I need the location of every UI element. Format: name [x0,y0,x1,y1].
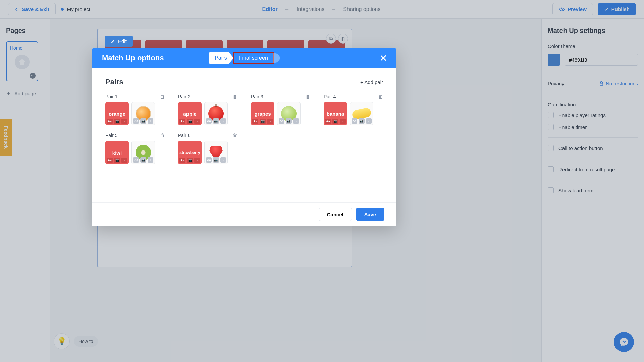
text-tool-icon[interactable]: Aa [107,119,113,124]
text-tool-icon[interactable]: Aa [133,118,139,124]
pair-text-card[interactable]: banana Aa 📷 ♪ [324,102,347,125]
audio-tool-icon[interactable]: ♪ [220,157,226,163]
image-tool-icon[interactable]: 📷 [286,118,291,124]
audio-tool-icon[interactable]: ♪ [121,158,127,163]
close-button[interactable] [378,53,388,63]
pair-text: strawberry [179,150,200,155]
audio-tool-icon[interactable]: ♪ [293,118,299,124]
save-button[interactable]: Save [356,208,384,221]
audio-tool-icon[interactable]: ♪ [121,119,127,124]
card-toolbar: Aa 📷 ♪ [133,157,153,163]
image-tool-icon[interactable]: 📷 [260,119,266,124]
card-toolbar: Aa 📷 ♪ [325,119,346,124]
audio-tool-icon[interactable]: ♪ [194,158,200,163]
text-tool-icon[interactable]: Aa [179,119,185,124]
card-toolbar: Aa 📷 ♪ [206,157,226,163]
delete-pair-icon[interactable]: 🗑 [233,133,237,138]
delete-pair-icon[interactable]: 🗑 [160,94,165,99]
pair-image-card[interactable]: Aa 📷 ♪ [277,102,301,125]
matchup-modal: Match Up options Pairs Final screen Pair… [92,48,396,226]
edit-label: Edit [118,38,127,44]
card-toolbar: Aa 📷 ♪ [107,158,127,163]
audio-tool-icon[interactable]: ♪ [340,119,346,124]
text-tool-icon[interactable]: Aa [179,158,185,163]
pair-image-card[interactable]: Aa 📷 ♪ [350,102,373,125]
image-tool-icon[interactable]: 📷 [114,158,120,163]
pair-text-card[interactable]: strawberry Aa 📷 ♪ [178,141,202,164]
delete-pair-icon[interactable]: 🗑 [160,133,165,138]
image-tool-icon[interactable]: 📷 [140,157,146,163]
card-toolbar: Aa 📷 ♪ [206,118,226,124]
image-tool-icon[interactable]: 📷 [114,119,120,124]
audio-tool-icon[interactable]: ♪ [220,118,226,124]
modal-header: Match Up options Pairs Final screen [92,48,396,68]
pair-text: kiwi [112,150,122,156]
pair-text-card[interactable]: apple Aa 📷 ♪ [178,102,202,125]
text-tool-icon[interactable]: Aa [133,157,139,163]
audio-tool-icon[interactable]: ♪ [148,118,153,124]
card-toolbar: Aa 📷 ♪ [179,158,200,163]
close-icon [380,54,387,62]
add-pair-button[interactable]: + Add pair [360,79,383,85]
text-tool-icon[interactable]: Aa [206,157,212,163]
delete-pair-icon[interactable]: 🗑 [233,94,237,99]
pair-image-card[interactable]: Aa 📷 ♪ [204,141,228,164]
delete-pair-icon[interactable]: 🗑 [378,94,383,99]
pairs-section-title: Pairs [105,78,123,86]
image-tool-icon[interactable]: 📷 [187,119,193,124]
pair-item: Pair 5 🗑 kiwi Aa 📷 ♪ Aa 📷 [105,133,165,164]
pair-text: orange [109,111,125,117]
delete-pair-icon[interactable]: 🗑 [306,94,310,99]
pair-item: Pair 4 🗑 banana Aa 📷 ♪ Aa 📷 [324,94,383,125]
tab-pairs[interactable]: Pairs [209,52,233,64]
text-tool-icon[interactable]: Aa [325,119,331,124]
image-tool-icon[interactable]: 📷 [187,158,193,163]
audio-tool-icon[interactable]: ♪ [267,119,273,124]
text-tool-icon[interactable]: Aa [352,118,357,124]
pair-image-card[interactable]: Aa 📷 ♪ [131,141,155,164]
text-tool-icon[interactable]: Aa [252,119,258,124]
pair-item: Pair 2 🗑 apple Aa 📷 ♪ Aa 📷 [178,94,237,125]
pair-image-card[interactable]: Aa 📷 ♪ [204,102,228,125]
pair-image-card[interactable]: Aa 📷 ♪ [131,102,155,125]
modal-tabs: Pairs Final screen [209,52,280,64]
tab-end-cap [273,53,280,63]
tab-final-screen[interactable]: Final screen [233,52,274,64]
image-tool-icon[interactable]: 📷 [213,157,219,163]
pair-text-card[interactable]: kiwi Aa 📷 ♪ [105,141,129,164]
pair-item: Pair 3 🗑 grapes Aa 📷 ♪ Aa 📷 [251,94,310,125]
pair-text: apple [183,111,196,117]
cancel-button[interactable]: Cancel [319,208,352,221]
pair-label: Pair 6 [178,133,191,138]
image-tool-icon[interactable]: 📷 [332,119,338,124]
card-toolbar: Aa 📷 ♪ [279,118,299,124]
modal-title: Match Up options [102,54,164,62]
card-toolbar: Aa 📷 ♪ [107,119,127,124]
text-tool-icon[interactable]: Aa [206,118,212,124]
text-tool-icon[interactable]: Aa [279,118,284,124]
image-tool-icon[interactable]: 📷 [213,118,219,124]
text-tool-icon[interactable]: Aa [107,158,113,163]
audio-tool-icon[interactable]: ♪ [366,118,372,124]
pair-item: Pair 1 🗑 orange Aa 📷 ♪ Aa 📷 [105,94,165,125]
card-toolbar: Aa 📷 ♪ [179,119,200,124]
audio-tool-icon[interactable]: ♪ [148,157,153,163]
modal-footer: Cancel Save [92,202,396,226]
card-toolbar: Aa 📷 ♪ [133,118,153,124]
pairs-grid: Pair 1 🗑 orange Aa 📷 ♪ Aa 📷 [105,94,383,164]
image-tool-icon[interactable]: 📷 [140,118,146,124]
card-toolbar: Aa 📷 ♪ [252,119,273,124]
pair-item: Pair 6 🗑 strawberry Aa 📷 ♪ Aa 📷 [178,133,237,164]
pencil-icon [111,39,115,44]
pair-text-card[interactable]: orange Aa 📷 ♪ [105,102,129,125]
card-toolbar: Aa 📷 ♪ [352,118,372,124]
audio-tool-icon[interactable]: ♪ [194,119,200,124]
pair-text: grapes [254,111,271,117]
edit-button[interactable]: Edit [105,36,133,47]
pair-text: banana [327,111,344,117]
modal-body: Pairs + Add pair Pair 1 🗑 orange Aa 📷 ♪ [92,68,396,202]
image-tool-icon[interactable]: 📷 [359,118,364,124]
pair-label: Pair 3 [251,94,263,99]
pair-text-card[interactable]: grapes Aa 📷 ♪ [251,102,274,125]
pair-label: Pair 1 [105,94,118,99]
